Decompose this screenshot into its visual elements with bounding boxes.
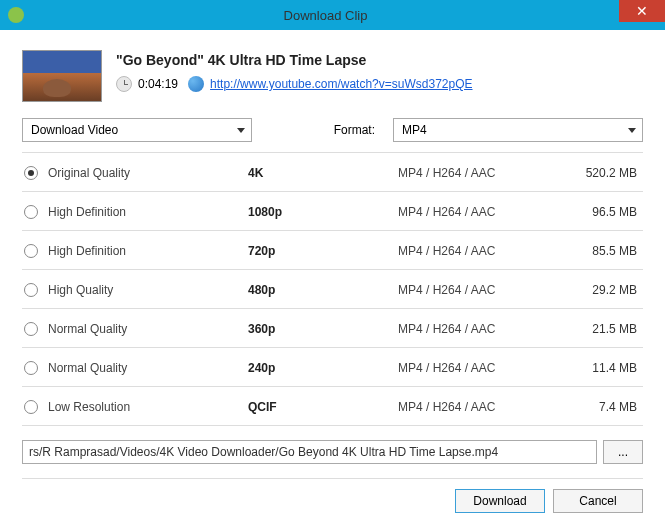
quality-resolution: QCIF [248, 400, 398, 414]
video-duration: 0:04:19 [138, 77, 178, 91]
quality-name: Original Quality [48, 166, 248, 180]
video-title: "Go Beyond" 4K Ultra HD Time Lapse [116, 52, 643, 68]
separator [22, 478, 643, 479]
separator [22, 230, 643, 231]
quality-name: High Definition [48, 205, 248, 219]
quality-codec: MP4 / H264 / AAC [398, 361, 558, 375]
quality-name: Normal Quality [48, 322, 248, 336]
clock-icon [116, 76, 132, 92]
quality-name: High Quality [48, 283, 248, 297]
cancel-button[interactable]: Cancel [553, 489, 643, 513]
quality-codec: MP4 / H264 / AAC [398, 322, 558, 336]
radio-button[interactable] [24, 166, 38, 180]
quality-size: 520.2 MB [558, 166, 641, 180]
quality-row[interactable]: Normal Quality360pMP4 / H264 / AAC21.5 M… [22, 315, 643, 343]
quality-name: Normal Quality [48, 361, 248, 375]
quality-size: 21.5 MB [558, 322, 641, 336]
quality-resolution: 4K [248, 166, 398, 180]
quality-resolution: 480p [248, 283, 398, 297]
quality-row[interactable]: Original Quality4KMP4 / H264 / AAC520.2 … [22, 159, 643, 187]
quality-row[interactable]: High Definition720pMP4 / H264 / AAC85.5 … [22, 237, 643, 265]
quality-row[interactable]: High Definition1080pMP4 / H264 / AAC96.5… [22, 198, 643, 226]
quality-codec: MP4 / H264 / AAC [398, 166, 558, 180]
quality-codec: MP4 / H264 / AAC [398, 244, 558, 258]
video-header: "Go Beyond" 4K Ultra HD Time Lapse 0:04:… [22, 50, 643, 102]
radio-button[interactable] [24, 283, 38, 297]
browse-button[interactable]: ... [603, 440, 643, 464]
titlebar: Download Clip ✕ [0, 0, 665, 30]
quality-resolution: 360p [248, 322, 398, 336]
separator [22, 191, 643, 192]
quality-codec: MP4 / H264 / AAC [398, 205, 558, 219]
app-icon [8, 7, 24, 23]
download-button[interactable]: Download [455, 489, 545, 513]
quality-size: 96.5 MB [558, 205, 641, 219]
separator [22, 425, 643, 426]
separator [22, 347, 643, 348]
separator [22, 386, 643, 387]
quality-name: High Definition [48, 244, 248, 258]
radio-button[interactable] [24, 322, 38, 336]
quality-resolution: 240p [248, 361, 398, 375]
quality-list: Original Quality4KMP4 / H264 / AAC520.2 … [22, 159, 643, 421]
video-thumbnail [22, 50, 102, 102]
quality-row[interactable]: Low ResolutionQCIFMP4 / H264 / AAC7.4 MB [22, 393, 643, 421]
quality-row[interactable]: Normal Quality240pMP4 / H264 / AAC11.4 M… [22, 354, 643, 382]
radio-button[interactable] [24, 244, 38, 258]
separator [22, 269, 643, 270]
quality-resolution: 1080p [248, 205, 398, 219]
video-url-link[interactable]: http://www.youtube.com/watch?v=suWsd372p… [210, 77, 472, 91]
separator [22, 152, 643, 153]
quality-size: 11.4 MB [558, 361, 641, 375]
radio-button[interactable] [24, 361, 38, 375]
quality-size: 7.4 MB [558, 400, 641, 414]
close-button[interactable]: ✕ [619, 0, 665, 22]
format-dropdown[interactable]: MP4 [393, 118, 643, 142]
quality-row[interactable]: High Quality480pMP4 / H264 / AAC29.2 MB [22, 276, 643, 304]
quality-size: 29.2 MB [558, 283, 641, 297]
quality-codec: MP4 / H264 / AAC [398, 283, 558, 297]
globe-icon [188, 76, 204, 92]
window-title: Download Clip [32, 8, 619, 23]
action-dropdown[interactable]: Download Video [22, 118, 252, 142]
radio-button[interactable] [24, 205, 38, 219]
quality-resolution: 720p [248, 244, 398, 258]
quality-codec: MP4 / H264 / AAC [398, 400, 558, 414]
save-path-input[interactable]: rs/R Ramprasad/Videos/4K Video Downloade… [22, 440, 597, 464]
separator [22, 308, 643, 309]
format-label: Format: [334, 123, 375, 137]
quality-name: Low Resolution [48, 400, 248, 414]
radio-button[interactable] [24, 400, 38, 414]
quality-size: 85.5 MB [558, 244, 641, 258]
